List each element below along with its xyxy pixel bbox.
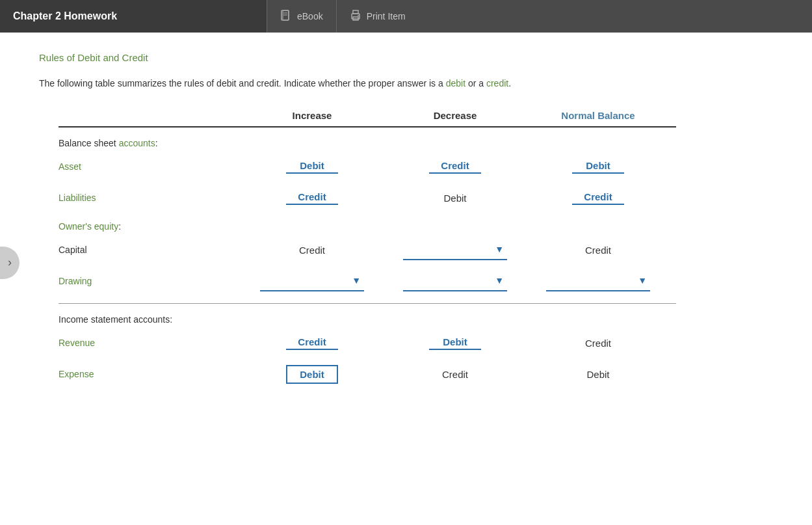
chevron-down-icon: ▼ bbox=[352, 275, 364, 286]
print-icon bbox=[350, 10, 361, 23]
asset-normal-value: Debit bbox=[572, 160, 624, 174]
drawing-decrease-dropdown[interactable]: ▼ bbox=[403, 271, 507, 291]
liabilities-increase-value: Credit bbox=[286, 191, 338, 205]
asset-decrease-value: Credit bbox=[429, 160, 481, 174]
drawing-decrease-cell[interactable]: ▼ bbox=[384, 269, 527, 293]
liabilities-normal-value: Credit bbox=[572, 191, 624, 205]
drawing-increase-cell[interactable]: ▼ bbox=[241, 269, 384, 293]
rules-table: Increase Decrease Normal Balance Balance… bbox=[59, 110, 676, 387]
drawing-normal-dropdown[interactable]: ▼ bbox=[546, 271, 650, 291]
revenue-normal-cell: Credit bbox=[527, 331, 670, 355]
capital-increase-cell: Credit bbox=[241, 238, 384, 262]
asset-decrease-cell: Credit bbox=[384, 155, 527, 178]
svg-rect-5 bbox=[353, 10, 358, 14]
table-row: Expense Debit Credit Debit bbox=[59, 361, 676, 387]
tab-print[interactable]: Print Item bbox=[336, 0, 419, 33]
asset-normal-cell: Debit bbox=[527, 155, 670, 178]
revenue-increase-value: Credit bbox=[286, 336, 338, 350]
liabilities-decrease-value: Debit bbox=[443, 193, 466, 204]
col-normal-header: Normal Balance bbox=[527, 110, 670, 121]
expense-increase-value: Debit bbox=[286, 365, 338, 384]
revenue-normal-value: Credit bbox=[585, 338, 611, 349]
col-label-header bbox=[59, 110, 241, 121]
book-icon bbox=[280, 10, 292, 23]
main-content: Rules of Debit and Credit The following … bbox=[0, 33, 812, 412]
owners-equity-section-label: Owner's equity: bbox=[59, 221, 676, 232]
income-section-label: Income statement accounts: bbox=[59, 314, 676, 325]
balance-sheet-section-label: Balance sheet accounts: bbox=[59, 138, 676, 148]
capital-decrease-dropdown[interactable]: ▼ bbox=[403, 239, 507, 260]
table-row: Liabilities Credit Debit Credit bbox=[59, 185, 676, 211]
debit-link[interactable]: debit bbox=[446, 78, 465, 88]
table-row: Revenue Credit Debit Credit bbox=[59, 330, 676, 356]
liabilities-label: Liabilities bbox=[59, 193, 241, 203]
capital-decrease-cell[interactable]: ▼ bbox=[384, 238, 527, 262]
col-decrease-header: Decrease bbox=[384, 110, 527, 121]
print-label: Print Item bbox=[367, 11, 406, 21]
chevron-down-icon: ▼ bbox=[495, 244, 507, 254]
chevron-down-icon: ▼ bbox=[495, 275, 507, 286]
liabilities-increase-cell: Credit bbox=[241, 186, 384, 209]
revenue-label: Revenue bbox=[59, 338, 241, 348]
capital-normal-cell: Credit bbox=[527, 238, 670, 262]
revenue-decrease-cell: Debit bbox=[384, 331, 527, 355]
drawing-increase-dropdown[interactable]: ▼ bbox=[260, 271, 364, 291]
expense-normal-cell: Debit bbox=[527, 362, 670, 386]
page-title: Chapter 2 Homework bbox=[0, 0, 267, 33]
section-title: Rules of Debit and Credit bbox=[39, 52, 779, 63]
asset-increase-value: Debit bbox=[286, 160, 338, 174]
expense-label: Expense bbox=[59, 369, 241, 379]
capital-label: Capital bbox=[59, 245, 241, 255]
svg-point-7 bbox=[358, 15, 359, 16]
section-divider bbox=[59, 303, 676, 304]
liabilities-decrease-cell: Debit bbox=[384, 186, 527, 209]
revenue-increase-cell: Credit bbox=[241, 331, 384, 355]
capital-increase-value: Credit bbox=[299, 245, 325, 256]
expense-decrease-value: Credit bbox=[442, 369, 468, 380]
table-row: Asset Debit Credit Debit bbox=[59, 154, 676, 180]
ebook-label: eBook bbox=[297, 11, 323, 21]
drawing-normal-cell[interactable]: ▼ bbox=[527, 269, 670, 293]
intro-text: The following table summarizes the rules… bbox=[39, 76, 779, 90]
expense-increase-cell: Debit bbox=[241, 362, 384, 386]
capital-normal-value: Credit bbox=[585, 245, 611, 256]
credit-link[interactable]: credit bbox=[486, 78, 508, 88]
col-increase-header: Increase bbox=[241, 110, 384, 121]
table-row: Drawing ▼ ▼ ▼ bbox=[59, 268, 676, 294]
liabilities-normal-cell: Credit bbox=[527, 186, 670, 209]
tab-ebook[interactable]: eBook bbox=[267, 0, 336, 33]
chevron-down-icon: ▼ bbox=[638, 275, 650, 286]
table-header: Increase Decrease Normal Balance bbox=[59, 110, 676, 128]
revenue-decrease-value: Debit bbox=[429, 336, 481, 350]
asset-increase-cell: Debit bbox=[241, 155, 384, 178]
drawing-label: Drawing bbox=[59, 276, 241, 286]
expense-normal-value: Debit bbox=[586, 369, 609, 380]
expense-decrease-cell: Credit bbox=[384, 362, 527, 386]
header: Chapter 2 Homework eBook Print Item bbox=[0, 0, 812, 33]
table-row: Capital Credit ▼ Credit bbox=[59, 237, 676, 263]
asset-label: Asset bbox=[59, 161, 241, 172]
